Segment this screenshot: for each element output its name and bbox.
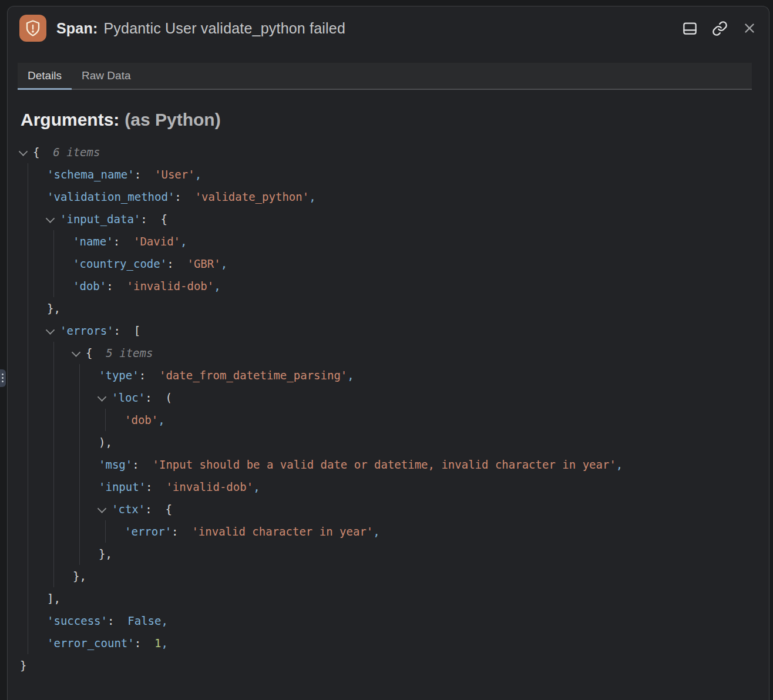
collapse-chevron-icon[interactable] (47, 214, 60, 224)
collapse-chevron-icon[interactable] (20, 147, 33, 157)
tree-line: 'loc': ( (8, 386, 769, 409)
close-icon (742, 21, 757, 36)
tree-line: }, (8, 297, 769, 319)
tabbar: Details Raw Data (18, 63, 752, 90)
link-icon (712, 21, 728, 36)
tree-line: 'validation_method': 'validate_python', (8, 186, 769, 208)
panel-title: Span: Pydantic User validate_python fail… (56, 6, 345, 50)
span-detail-panel: Span: Pydantic User validate_python fail… (7, 6, 769, 700)
tab-raw-data-label: Raw Data (82, 69, 130, 82)
copy-link-button[interactable] (711, 19, 728, 37)
tree-line: }, (8, 543, 769, 565)
arguments-heading-bold: Arguments: (21, 110, 119, 129)
collapse-chevron-icon[interactable] (73, 348, 86, 358)
panel-bottom-icon (682, 21, 698, 36)
span-kind-label: Span: (56, 20, 98, 37)
tree-line: 'input_data': { (8, 208, 769, 230)
tab-raw-data[interactable]: Raw Data (72, 63, 140, 89)
tree-line: 'schema_name': 'User', (8, 163, 769, 186)
span-title-text: Pydantic User validate_python failed (103, 20, 345, 37)
tree-line: 'errors': [ (8, 319, 769, 342)
tree-line: }, (8, 565, 769, 587)
dock-panel-button[interactable] (681, 19, 698, 37)
tree-line: 'success': False, (8, 610, 769, 632)
shield-alert-icon (19, 15, 46, 42)
collapse-chevron-icon[interactable] (47, 326, 60, 335)
collapse-chevron-icon[interactable] (99, 393, 112, 402)
tree-line: 'country_code': 'GBR', (8, 253, 769, 275)
tree-line: ], (8, 587, 769, 610)
tree-line: ), (8, 431, 769, 453)
tree-line: 'error': 'invalid character in year', (8, 520, 769, 543)
tree-line: { 6 items (8, 141, 769, 163)
arguments-heading: Arguments:(as Python) (21, 110, 221, 130)
tree-line: 'msg': 'Input should be a valid date or … (8, 453, 769, 476)
tree-line: 'error_count': 1, (8, 632, 769, 654)
arguments-json-tree: { 6 items'schema_name': 'User','validati… (8, 141, 769, 677)
panel-header: Span: Pydantic User validate_python fail… (8, 6, 769, 63)
collapse-chevron-icon[interactable] (99, 504, 112, 514)
arguments-heading-light: (as Python) (125, 110, 220, 129)
panel-resize-handle[interactable] (0, 369, 6, 387)
tree-line: { 5 items (8, 342, 769, 364)
header-actions (681, 6, 758, 50)
tree-line: 'type': 'date_from_datetime_parsing', (8, 364, 769, 386)
tree-line: 'ctx': { (8, 498, 769, 520)
close-button[interactable] (741, 19, 758, 37)
tab-details[interactable]: Details (18, 63, 72, 89)
tree-line: } (8, 654, 769, 677)
tree-line: 'dob': 'invalid-dob', (8, 275, 769, 297)
tree-line: 'input': 'invalid-dob', (8, 476, 769, 498)
tab-details-label: Details (28, 69, 62, 82)
tree-line: 'name': 'David', (8, 230, 769, 253)
tree-line: 'dob', (8, 409, 769, 431)
